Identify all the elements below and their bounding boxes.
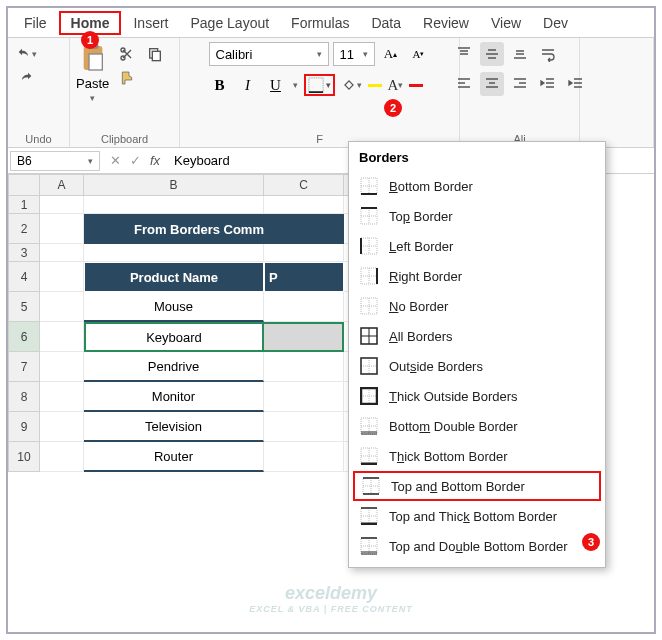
border-type-icon	[359, 176, 379, 196]
row-header[interactable]: 5	[8, 292, 40, 322]
callout-1: 1	[81, 31, 99, 49]
group-font: Calibri▾ 11▾ A▴ A▾ B I U▾ ▾ ▾ A▾	[180, 38, 460, 147]
fill-color-swatch	[368, 84, 382, 87]
table-cell[interactable]: Pendrive	[84, 352, 264, 382]
font-name-select[interactable]: Calibri▾	[209, 42, 329, 66]
table-cell[interactable]: Router	[84, 442, 264, 472]
svg-rect-2	[89, 54, 102, 70]
borders-menu-item[interactable]: No Border	[349, 291, 605, 321]
row-header[interactable]: 4	[8, 262, 40, 292]
selected-cell[interactable]	[264, 322, 344, 352]
borders-menu-item[interactable]: Bottom Double Border	[349, 411, 605, 441]
align-bottom-button[interactable]	[508, 42, 532, 66]
undo-button[interactable]: ▾	[14, 42, 38, 66]
row-header[interactable]: 7	[8, 352, 40, 382]
table-cell[interactable]: Monitor	[84, 382, 264, 412]
tab-insert[interactable]: Insert	[123, 11, 178, 35]
border-type-icon	[359, 296, 379, 316]
fx-icon[interactable]: fx	[146, 153, 164, 168]
row-header[interactable]: 6	[8, 322, 40, 352]
font-color-button[interactable]: A▾	[388, 77, 404, 94]
align-left-button[interactable]	[452, 72, 476, 96]
borders-dropdown-button[interactable]: ▾	[304, 74, 335, 96]
decrease-indent-button[interactable]	[536, 72, 560, 96]
formula-input[interactable]: Keyboard	[168, 153, 236, 168]
italic-button[interactable]: I	[237, 74, 259, 96]
border-type-icon	[359, 266, 379, 286]
name-box-value: B6	[17, 154, 32, 168]
borders-menu-item[interactable]: All Borders	[349, 321, 605, 351]
table-cell[interactable]: Television	[84, 412, 264, 442]
tab-dev[interactable]: Dev	[533, 11, 578, 35]
borders-menu-item[interactable]: Top Border	[349, 201, 605, 231]
tab-view[interactable]: View	[481, 11, 531, 35]
row-header[interactable]: 9	[8, 412, 40, 442]
font-name-value: Calibri	[216, 47, 253, 62]
svg-rect-7	[308, 78, 322, 92]
title-cell[interactable]: From Borders Comm	[84, 214, 264, 244]
col-header-c[interactable]: C	[264, 174, 344, 196]
tab-page-layout[interactable]: Page Layout	[180, 11, 279, 35]
row-header[interactable]: 2	[8, 214, 40, 244]
cancel-formula-icon[interactable]: ✕	[106, 153, 124, 168]
shrink-font-button[interactable]: A▾	[407, 42, 431, 66]
cut-button[interactable]	[115, 42, 139, 66]
menu-item-label: No Border	[389, 299, 448, 314]
active-cell[interactable]: Keyboard	[84, 322, 264, 352]
callout-2: 2	[384, 99, 402, 117]
tab-formulas[interactable]: Formulas	[281, 11, 359, 35]
menu-item-label: Thick Bottom Border	[389, 449, 508, 464]
font-size-value: 11	[340, 47, 354, 62]
row-header[interactable]: 10	[8, 442, 40, 472]
borders-menu-item[interactable]: Thick Outside Borders	[349, 381, 605, 411]
borders-menu-item[interactable]: Top and Bottom Border	[353, 471, 601, 501]
wrap-text-button[interactable]	[536, 42, 560, 66]
border-type-icon	[359, 506, 379, 526]
borders-menu-item[interactable]: Outside Borders	[349, 351, 605, 381]
borders-menu-item[interactable]: Right Border	[349, 261, 605, 291]
align-middle-button[interactable]	[480, 42, 504, 66]
paste-button[interactable]: Paste▾	[76, 42, 109, 103]
align-right-button[interactable]	[508, 72, 532, 96]
menu-item-label: Left Border	[389, 239, 453, 254]
redo-button[interactable]	[14, 66, 38, 90]
col-header-b[interactable]: B	[84, 174, 264, 196]
border-type-icon	[359, 236, 379, 256]
grow-font-button[interactable]: A▴	[379, 42, 403, 66]
borders-menu-item[interactable]: Top and Thick Bottom Border	[349, 501, 605, 531]
table-cell[interactable]: Mouse	[84, 292, 264, 322]
col-header-a[interactable]: A	[40, 174, 84, 196]
border-type-icon	[359, 446, 379, 466]
row-header[interactable]: 3	[8, 244, 40, 262]
row-header[interactable]: 1	[8, 196, 40, 214]
borders-menu-item[interactable]: Thick Bottom Border	[349, 441, 605, 471]
table-header[interactable]: P	[264, 262, 344, 292]
paste-label: Paste	[76, 76, 109, 91]
menu-item-label: Thick Outside Borders	[389, 389, 518, 404]
accept-formula-icon[interactable]: ✓	[126, 153, 144, 168]
align-center-button[interactable]	[480, 72, 504, 96]
borders-menu-item[interactable]: Top and Double Bottom Border	[349, 531, 605, 561]
tab-review[interactable]: Review	[413, 11, 479, 35]
group-label-undo: Undo	[25, 131, 51, 145]
tab-file[interactable]: File	[14, 11, 57, 35]
format-painter-button[interactable]	[115, 66, 139, 90]
font-size-select[interactable]: 11▾	[333, 42, 375, 66]
align-top-button[interactable]	[452, 42, 476, 66]
bold-button[interactable]: B	[209, 74, 231, 96]
menu-item-label: Top and Thick Bottom Border	[389, 509, 557, 524]
select-all-corner[interactable]	[8, 174, 40, 196]
borders-menu-item[interactable]: Bottom Border	[349, 171, 605, 201]
table-header[interactable]: Product Name	[84, 262, 264, 292]
svg-rect-6	[152, 51, 160, 60]
row-header[interactable]: 8	[8, 382, 40, 412]
tab-data[interactable]: Data	[361, 11, 411, 35]
borders-menu-item[interactable]: Left Border	[349, 231, 605, 261]
menu-item-label: Bottom Border	[389, 179, 473, 194]
menu-item-label: Outside Borders	[389, 359, 483, 374]
copy-button[interactable]	[143, 42, 167, 66]
name-box[interactable]: B6▾	[10, 151, 100, 171]
underline-button[interactable]: U	[265, 74, 287, 96]
border-type-icon	[359, 536, 379, 556]
fill-color-button[interactable]: ▾	[341, 78, 362, 92]
